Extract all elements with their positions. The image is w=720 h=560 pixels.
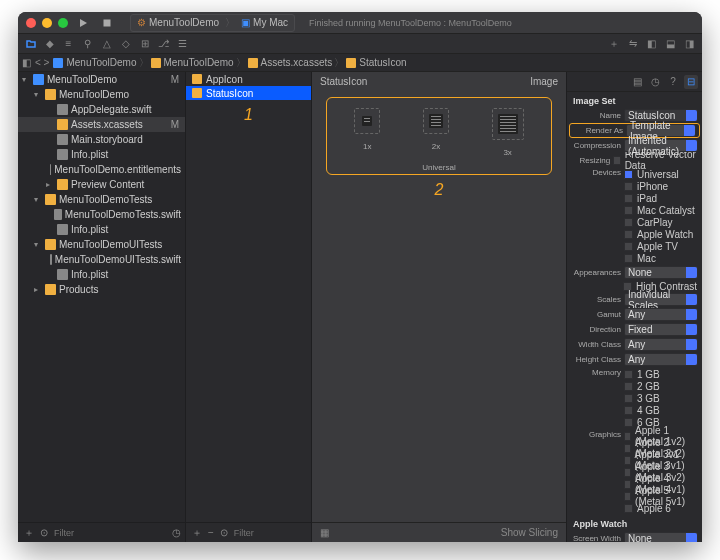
run-button[interactable] [74, 15, 92, 31]
checkbox-row[interactable]: 3 GB [624, 392, 698, 404]
checkbox-row[interactable]: Apple 5 (Metal 5v1) [624, 490, 698, 502]
nav-item[interactable]: Main.storyboard [18, 132, 185, 147]
outline-footer: ＋ − ⊙ [186, 522, 311, 542]
filter-icon: ⊙ [220, 527, 228, 538]
attributes-inspector-icon[interactable]: ⊟ [684, 75, 698, 89]
breakpoint-navigator-icon[interactable]: ⎇ [157, 37, 170, 50]
destination: My Mac [253, 17, 288, 28]
recent-icon[interactable]: ◷ [172, 527, 181, 538]
main-body: ▾MenuToolDemoM▾MenuToolDemoAppDelegate.s… [18, 72, 702, 542]
gamut-select[interactable]: Any [624, 308, 698, 321]
checkbox-row[interactable]: iPad [624, 192, 698, 204]
asset-canvas: StatusIcon Image 1x 2x 3x Universal 2 ▦ … [312, 72, 566, 542]
nav-item[interactable]: MenuToolDemoUITests.swift [18, 252, 185, 267]
checkbox-row[interactable]: 1 GB [624, 368, 698, 380]
checkbox-row[interactable]: Mac Catalyst [624, 204, 698, 216]
slot-1x[interactable]: 1x [354, 108, 380, 157]
stop-button[interactable] [98, 15, 116, 31]
test-navigator-icon[interactable]: ◇ [119, 37, 132, 50]
project-navigator-icon[interactable] [24, 37, 37, 50]
minimize-window[interactable] [42, 18, 52, 28]
checkbox-row[interactable]: CarPlay [624, 216, 698, 228]
navigator-tab-bar: ◆ ≡ ⚲ △ ◇ ⊞ ⎇ ☰ ＋ ⇋ ◧ ⬓ ◨ [18, 34, 702, 54]
source-control-icon[interactable]: ◆ [43, 37, 56, 50]
nav-item[interactable]: Info.plist [18, 267, 185, 282]
remove-asset-icon[interactable]: − [208, 527, 214, 538]
traffic-lights [26, 18, 68, 28]
symbol-navigator-icon[interactable]: ≡ [62, 37, 75, 50]
nav-item[interactable]: ▾MenuToolDemoUITests [18, 237, 185, 252]
checkbox-row[interactable]: iPhone [624, 180, 698, 192]
scheme-selector[interactable]: ⚙︎MenuToolDemo 〉 ▣My Mac [130, 14, 295, 32]
checkbox-row[interactable]: Mac [624, 252, 698, 264]
height-class-select[interactable]: Any [624, 353, 698, 366]
navigator-filter[interactable] [54, 528, 166, 538]
nav-item[interactable]: ▾MenuToolDemoM [18, 72, 185, 87]
appearances-select[interactable]: None [624, 266, 698, 279]
nav-item[interactable]: MenuToolDemo.entitlements [18, 162, 185, 177]
code-review-icon[interactable]: ⇋ [626, 37, 639, 50]
asset-kind: Image [530, 76, 558, 87]
add-asset-icon[interactable]: ＋ [192, 526, 202, 540]
status-text: Finished running MenuToolDemo : MenuTool… [309, 18, 512, 28]
image-set-box: 1x 2x 3x Universal [326, 97, 552, 175]
find-navigator-icon[interactable]: ⚲ [81, 37, 94, 50]
checkbox-row[interactable]: Apple TV [624, 240, 698, 252]
slot-2x[interactable]: 2x [423, 108, 449, 157]
direction-select[interactable]: Fixed [624, 323, 698, 336]
nav-item[interactable]: ▾MenuToolDemo [18, 87, 185, 102]
slot-3x[interactable]: 3x [492, 108, 524, 157]
history-inspector-icon[interactable]: ◷ [648, 75, 662, 89]
project-navigator: ▾MenuToolDemoM▾MenuToolDemoAppDelegate.s… [18, 72, 186, 542]
inspector-tabs: ▤ ◷ ? ⊟ [567, 72, 702, 92]
nav-item[interactable]: Info.plist [18, 222, 185, 237]
toggle-right-panel-icon[interactable]: ◨ [683, 37, 696, 50]
nav-item[interactable]: Info.plist [18, 147, 185, 162]
help-inspector-icon[interactable]: ? [666, 75, 680, 89]
outline-item[interactable]: AppIcon [186, 72, 311, 86]
scales-select[interactable]: Individual Scales [624, 293, 698, 306]
view-mode-icon[interactable]: ▦ [320, 527, 329, 538]
nav-item[interactable]: MenuToolDemoTests.swift [18, 207, 185, 222]
checkbox-row[interactable]: 2 GB [624, 380, 698, 392]
nav-item[interactable]: AppDelegate.swift [18, 102, 185, 117]
report-navigator-icon[interactable]: ☰ [176, 37, 189, 50]
annotation-2: 2 [312, 181, 566, 199]
toggle-left-panel-icon[interactable]: ◧ [645, 37, 658, 50]
titlebar: ⚙︎MenuToolDemo 〉 ▣My Mac Finished runnin… [18, 12, 702, 34]
nav-item[interactable]: ▸Products [18, 282, 185, 297]
toggle-bottom-panel-icon[interactable]: ⬓ [664, 37, 677, 50]
navigator-footer: ＋ ⊙ ◷ ☰ [18, 522, 185, 542]
jump-bar[interactable]: ◧ < > MenuToolDemo〉 MenuToolDemo〉 Assets… [18, 54, 702, 72]
svg-rect-0 [104, 19, 111, 26]
resizing-checkbox[interactable] [613, 156, 620, 165]
nav-item[interactable]: Assets.xcassetsM [18, 117, 185, 132]
section-image-set: Image Set [567, 92, 702, 108]
debug-navigator-icon[interactable]: ⊞ [138, 37, 151, 50]
asset-title: StatusIcon [320, 76, 367, 87]
xcode-window: ⚙︎MenuToolDemo 〉 ▣My Mac Finished runnin… [18, 12, 702, 542]
section-apple-watch: Apple Watch [567, 515, 702, 531]
checkbox-row[interactable]: 4 GB [624, 404, 698, 416]
filter-icon: ⊙ [40, 527, 48, 538]
checkbox-row[interactable]: Universal [624, 168, 698, 180]
screen-width-select[interactable]: None [624, 532, 698, 542]
outline-item[interactable]: StatusIcon [186, 86, 311, 100]
issue-navigator-icon[interactable]: △ [100, 37, 113, 50]
file-inspector-icon[interactable]: ▤ [630, 75, 644, 89]
compression-select[interactable]: Inherited (Automatic) [624, 139, 698, 152]
library-icon[interactable]: ＋ [607, 37, 620, 50]
annotation-1: 1 [186, 106, 311, 124]
add-icon[interactable]: ＋ [24, 526, 34, 540]
close-window[interactable] [26, 18, 36, 28]
nav-item[interactable]: ▸Preview Content [18, 177, 185, 192]
checkbox-row[interactable]: Apple Watch [624, 228, 698, 240]
universal-label: Universal [333, 163, 545, 172]
width-class-select[interactable]: Any [624, 338, 698, 351]
scheme-name: MenuToolDemo [149, 17, 219, 28]
show-slicing-button[interactable]: Show Slicing [501, 527, 558, 538]
nav-item[interactable]: ▾MenuToolDemoTests [18, 192, 185, 207]
attributes-inspector: ▤ ◷ ? ⊟ 3 Image Set NameStatusIcon Rende… [566, 72, 702, 542]
asset-outline: AppIconStatusIcon 1 ＋ − ⊙ [186, 72, 312, 542]
zoom-window[interactable] [58, 18, 68, 28]
